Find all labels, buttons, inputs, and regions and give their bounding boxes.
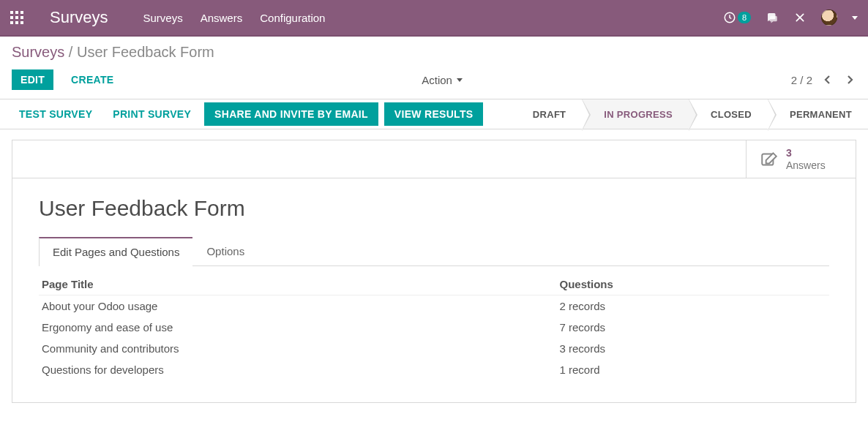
compose-icon <box>760 150 779 169</box>
page-title-cell: Ergonomy and ease of use <box>42 321 560 334</box>
nav-surveys[interactable]: Surveys <box>143 12 182 24</box>
app-brand[interactable]: Surveys <box>50 8 108 27</box>
nav-answers[interactable]: Answers <box>201 12 243 24</box>
status-permanent[interactable]: PERMANENT <box>768 99 868 129</box>
status-in-progress[interactable]: IN PROGRESS <box>582 99 689 129</box>
tab-edit-pages[interactable]: Edit Pages and Questions <box>39 237 193 266</box>
discuss-icon[interactable] <box>766 11 779 24</box>
page-title-cell: Questions for developers <box>42 363 560 376</box>
view-results-button[interactable]: VIEW RESULTS <box>384 102 484 126</box>
answers-stat-button[interactable]: 3 Answers <box>746 140 856 178</box>
caret-down-icon <box>457 78 463 82</box>
answers-label: Answers <box>786 159 826 171</box>
create-button[interactable]: CREATE <box>62 69 122 90</box>
pager: 2 / 2 <box>791 73 856 86</box>
pager-text: 2 / 2 <box>791 74 812 86</box>
survey-title: User Feedback Form <box>39 196 829 221</box>
pager-next-button[interactable] <box>843 73 856 86</box>
action-label: Action <box>422 74 452 86</box>
table-row[interactable]: Ergonomy and ease of use 7 records <box>39 317 829 338</box>
tab-options[interactable]: Options <box>192 237 258 265</box>
tabs: Edit Pages and Questions Options <box>39 237 829 266</box>
header-questions: Questions <box>560 278 826 290</box>
pager-prev-button[interactable] <box>821 73 834 86</box>
form-sheet: 3 Answers User Feedback Form Edit Pages … <box>12 140 856 403</box>
breadcrumb-current: User Feedback Form <box>77 44 214 60</box>
header-page-title: Page Title <box>42 278 560 290</box>
page-title-cell: Community and contributors <box>42 342 560 355</box>
apps-icon[interactable] <box>10 11 23 24</box>
activity-button[interactable]: 8 <box>723 11 751 24</box>
edit-button[interactable]: EDIT <box>12 69 53 90</box>
tools-icon[interactable] <box>793 11 807 24</box>
answers-count: 3 <box>786 147 826 159</box>
questions-cell: 3 records <box>560 342 826 355</box>
topbar-right: 8 <box>723 10 858 26</box>
pages-table-header: Page Title Questions <box>39 274 829 295</box>
questions-cell: 7 records <box>560 321 826 334</box>
breadcrumb-sep: / <box>69 44 73 60</box>
table-row[interactable]: Community and contributors 3 records <box>39 338 829 359</box>
questions-cell: 2 records <box>560 300 826 312</box>
topbar: Surveys Surveys Answers Configuration 8 <box>0 0 868 35</box>
table-row[interactable]: Questions for developers 1 record <box>39 359 829 380</box>
page-title-cell: About your Odoo usage <box>42 300 560 312</box>
status-closed[interactable]: CLOSED <box>689 99 768 129</box>
user-avatar[interactable] <box>821 10 837 26</box>
table-row[interactable]: About your Odoo usage 2 records <box>39 295 829 317</box>
questions-cell: 1 record <box>560 363 826 376</box>
status-draft[interactable]: DRAFT <box>517 99 583 129</box>
top-navigation: Surveys Answers Configuration <box>143 12 325 24</box>
activity-count: 8 <box>738 12 751 23</box>
print-survey-button[interactable]: PRINT SURVEY <box>105 108 198 120</box>
breadcrumb-parent[interactable]: Surveys <box>12 44 64 60</box>
action-dropdown[interactable]: Action <box>422 74 463 86</box>
action-bar: TEST SURVEY PRINT SURVEY SHARE AND INVIT… <box>0 99 868 129</box>
user-menu-caret-icon[interactable] <box>852 16 858 20</box>
nav-configuration[interactable]: Configuration <box>260 12 325 24</box>
clock-icon <box>723 11 736 24</box>
share-invite-button[interactable]: SHARE AND INVITE BY EMAIL <box>204 102 378 126</box>
status-bar: DRAFT IN PROGRESS CLOSED PERMANENT <box>517 99 868 129</box>
test-survey-button[interactable]: TEST SURVEY <box>12 108 100 120</box>
breadcrumb: Surveys / User Feedback Form <box>12 44 856 61</box>
